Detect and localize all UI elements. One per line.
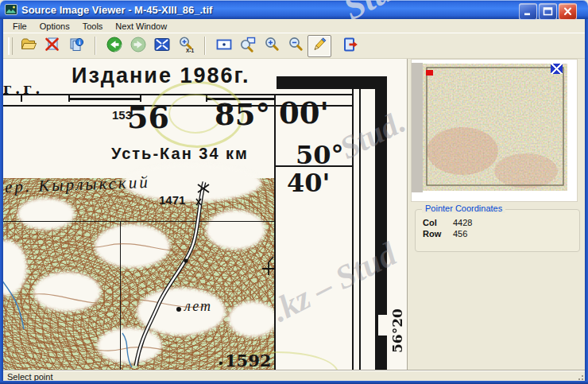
map-frame-corner-horizontal bbox=[277, 76, 387, 89]
open-image-button[interactable] bbox=[17, 35, 41, 57]
status-text: Select point bbox=[7, 372, 52, 382]
map-label-route-distance: Усть-Кан 34 км bbox=[111, 145, 249, 163]
menu-file[interactable]: File bbox=[6, 21, 33, 32]
close-button[interactable] bbox=[559, 3, 577, 20]
app-icon bbox=[5, 3, 17, 16]
map-forest-area bbox=[3, 178, 274, 370]
map-frame-vertical-label: 56°20 bbox=[389, 280, 405, 353]
menu-tools[interactable]: Tools bbox=[76, 21, 110, 32]
open-folder-icon bbox=[20, 36, 37, 56]
select-point-pencil-icon bbox=[311, 36, 328, 56]
map-frame-gap bbox=[377, 315, 389, 336]
thumbnail-corner-icon bbox=[551, 64, 563, 74]
row-label: Row bbox=[423, 229, 453, 239]
map-label-elevation-1592: 1592 bbox=[225, 351, 271, 370]
map-label-edition: Издание 1986г. bbox=[72, 64, 250, 88]
exit-viewer-button[interactable] bbox=[339, 35, 363, 57]
zoom-one-to-one-button[interactable]: X-1 bbox=[174, 35, 198, 57]
image-info-icon: i bbox=[68, 36, 85, 56]
map-inner-frame-line bbox=[352, 89, 354, 370]
window-border-bottom bbox=[0, 381, 588, 384]
center-view-icon bbox=[215, 36, 233, 56]
map-label-latitude-minutes: 40' bbox=[287, 170, 330, 196]
zoom-out-button[interactable] bbox=[284, 35, 308, 57]
resize-grip[interactable] bbox=[576, 373, 584, 381]
toolbar-separator bbox=[204, 37, 206, 55]
svg-text:X-1: X-1 bbox=[186, 48, 195, 53]
fit-image-icon bbox=[153, 36, 171, 56]
zoom-window-icon bbox=[239, 36, 257, 56]
menu-options[interactable]: Options bbox=[33, 21, 76, 32]
map-canvas[interactable]: г.г. Издание 1986г. 153 56 85° 00' Усть-… bbox=[3, 59, 407, 370]
col-label: Col bbox=[423, 218, 453, 227]
toolbar-grip bbox=[8, 37, 13, 55]
back-arrow-icon bbox=[106, 36, 123, 56]
map-label-let: лет bbox=[184, 298, 212, 315]
map-label-longitude-degrees: 85° bbox=[211, 100, 270, 130]
map-inner-frame-line bbox=[359, 89, 361, 370]
overview-map-image bbox=[423, 64, 567, 191]
zoom-one-to-one-icon: X-1 bbox=[177, 36, 195, 56]
pointer-coordinates-title: Pointer Coordinates bbox=[422, 204, 505, 213]
application-window: Stud.kz Stud. .kz – Stud Source Image Vi… bbox=[0, 0, 588, 384]
select-point-button[interactable] bbox=[308, 35, 331, 57]
exit-icon bbox=[342, 36, 360, 56]
toolbar: i X-1 bbox=[3, 33, 585, 59]
forward-arrow-icon bbox=[130, 36, 147, 56]
forward-button[interactable] bbox=[126, 35, 150, 57]
center-view-button[interactable] bbox=[212, 35, 236, 57]
row-coordinate-row: Row 456 bbox=[416, 227, 579, 239]
side-panel: Pointer Coordinates Col 4428 Row 456 bbox=[407, 59, 585, 370]
col-coordinate-row: Col 4428 bbox=[416, 216, 579, 227]
zoom-window-button[interactable] bbox=[236, 35, 260, 57]
map-label-latitude-degrees: 50° bbox=[296, 142, 344, 168]
back-button[interactable] bbox=[103, 35, 126, 57]
overview-thumbnail[interactable] bbox=[411, 59, 578, 202]
map-grid-line-vertical bbox=[120, 221, 121, 370]
window-border-left bbox=[0, 19, 3, 384]
menu-next-window[interactable]: Next Window bbox=[109, 21, 173, 32]
zoom-in-button[interactable] bbox=[260, 35, 284, 57]
fit-image-button[interactable] bbox=[150, 35, 174, 57]
pointer-coordinates-group: Pointer Coordinates Col 4428 Row 456 bbox=[415, 209, 580, 252]
title-bar[interactable]: Source Image Viewer - M-45-XIII_86_.tif bbox=[0, 0, 588, 19]
close-image-icon bbox=[44, 36, 61, 56]
col-value: 4428 bbox=[453, 218, 472, 227]
toolbar-separator bbox=[95, 37, 96, 55]
image-info-button[interactable]: i bbox=[64, 35, 88, 57]
minimize-button[interactable] bbox=[519, 3, 537, 20]
window-border-right bbox=[585, 19, 588, 384]
overview-margin-strip bbox=[412, 63, 423, 192]
map-label-sheet-number: 56 bbox=[127, 103, 169, 133]
maximize-button[interactable] bbox=[539, 3, 557, 20]
current-view-marker bbox=[426, 70, 433, 76]
zoom-out-icon bbox=[287, 36, 304, 56]
menu-bar: File Options Tools Next Window bbox=[3, 19, 585, 33]
window-title: Source Image Viewer - M-45-XIII_86_.tif bbox=[21, 4, 212, 16]
zoom-in-icon bbox=[263, 36, 280, 56]
map-grid-line-horizontal bbox=[3, 221, 274, 222]
map-label-gg: г.г. bbox=[3, 80, 44, 97]
map-label-elevation-1471: 1471 bbox=[159, 193, 185, 207]
row-value: 456 bbox=[453, 229, 467, 239]
map-neat-line bbox=[274, 94, 276, 370]
map-label-longitude-minutes: 00' bbox=[279, 99, 329, 128]
close-image-button[interactable] bbox=[41, 35, 64, 57]
